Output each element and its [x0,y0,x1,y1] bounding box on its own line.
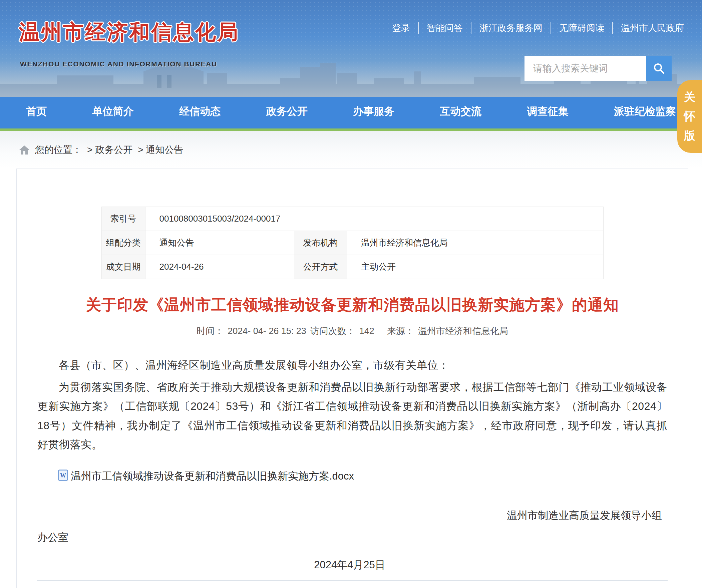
search-button[interactable] [646,56,672,81]
nav-item-services[interactable]: 办事服务 [353,104,394,118]
breadcrumb-bar: 您的位置： > 政务公开 > 通知公告 [0,131,702,168]
word-file-icon: W [58,470,68,481]
article-paragraph: 为贯彻落实国务院、省政府关于推动大规模设备更新和消费品以旧换新行动部署要求，根据… [37,378,667,455]
breadcrumb-link-gov-disclosure[interactable]: > 政务公开 [87,143,132,156]
table-row: 索引号 001008003015003/2024-00017 [101,207,603,231]
nav-item-home[interactable]: 首页 [26,104,47,118]
table-row: 成文日期 2024-04-26 公开方式 主动公开 [101,255,603,279]
home-icon [19,145,30,155]
article-paragraph: 各县（市、区）、温州海经区制造业高质量发展领导小组办公室，市级有关单位： [37,356,667,375]
signature-organization: 温州市制造业高质量发展领导小组 [37,508,662,522]
publisher-label: 发布机构 [294,231,347,255]
svg-text:W: W [60,472,66,479]
nav-item-news[interactable]: 经信动态 [179,104,221,118]
issue-date-label: 成文日期 [101,255,145,279]
bottom-divider [37,580,668,581]
meta-source-value: 温州市经济和信息化局 [418,326,508,336]
site-search [524,56,672,81]
nav-item-discipline-inspection[interactable]: 派驻纪检监察 [614,104,676,118]
nav-item-interaction[interactable]: 互动交流 [440,104,481,118]
document-info-table: 索引号 001008003015003/2024-00017 组配分类 通知公告… [101,207,604,279]
zhejiang-gov-service-link[interactable]: 浙江政务服务网 [471,22,551,34]
meta-visits-value: 142 [359,326,374,336]
site-logo-title: 温州市经济和信息化局 [19,18,239,46]
category-value: 通知公告 [145,231,294,255]
wenzhou-gov-link[interactable]: 温州市人民政府 [612,22,684,34]
accessibility-link[interactable]: 无障碍阅读 [551,22,612,34]
index-number-value: 001008003015003/2024-00017 [145,207,603,231]
disclosure-method-label: 公开方式 [294,255,347,279]
issue-date-value: 2024-04-26 [145,255,294,279]
article-meta: 时间：2024- 04- 26 15: 23访问次数：142来源：温州市经济和信… [17,325,688,337]
attachment-filename: 温州市工信领域推动设备更新和消费品以旧换新实施方案.docx [71,470,354,482]
search-input[interactable] [524,56,646,81]
nav-item-survey[interactable]: 调查征集 [527,104,568,118]
utility-links: 登录 智能问答 浙江政务服务网 无障碍阅读 温州市人民政府 [384,22,684,34]
meta-source-label: 来源： [387,326,414,336]
publisher-value: 温州市经济和信息化局 [347,231,603,255]
smart-qa-link[interactable]: 智能问答 [418,22,471,34]
attachment-link[interactable]: W 温州市工信领域推动设备更新和消费品以旧换新实施方案.docx [58,470,354,482]
site-header: 温州市经济和信息化局 WENZHOU ECONOMIC AND INFORMAT… [0,0,702,97]
table-row: 组配分类 通知公告 发布机构 温州市经济和信息化局 [101,231,603,255]
search-icon [653,63,665,75]
meta-time-value: 2024- 04- 26 15: 23 [228,326,306,336]
meta-time-label: 时间： [197,326,224,336]
site-logo-subtitle: WENZHOU ECONOMIC AND INFORMATION BUREAU [20,60,217,68]
article-card: 索引号 001008003015003/2024-00017 组配分类 通知公告… [16,168,688,588]
signature-block: 温州市制造业高质量发展领导小组 办公室 2024年4月25日 [37,508,662,572]
nav-item-gov-disclosure[interactable]: 政务公开 [266,104,308,118]
login-link[interactable]: 登录 [384,22,418,34]
article-title: 关于印发《温州市工信领域推动设备更新和消费品以旧换新实施方案》的通知 [46,294,659,315]
nav-item-about[interactable]: 单位简介 [92,104,134,118]
disclosure-method-value: 主动公开 [347,255,603,279]
attachment-row: W 温州市工信领域推动设备更新和消费品以旧换新实施方案.docx [37,469,667,483]
world-map-dots-decoration [0,0,702,97]
signature-office: 办公室 [37,531,662,545]
breadcrumb: 您的位置： > 政务公开 > 通知公告 [19,143,183,156]
category-label: 组配分类 [101,231,145,255]
breadcrumb-prefix: 您的位置： [35,143,82,156]
index-number-label: 索引号 [101,207,145,231]
signature-date: 2024年4月25日 [37,558,662,572]
care-version-tab[interactable]: 关怀版 [677,80,702,153]
main-navigation: 首页 单位简介 经信动态 政务公开 办事服务 互动交流 调查征集 派驻纪检监察 [0,97,702,131]
meta-visits-label: 访问次数： [310,326,355,336]
care-version-label: 关怀版 [683,88,696,145]
article-body: 各县（市、区）、温州海经区制造业高质量发展领导小组办公室，市级有关单位： 为贯彻… [37,356,667,455]
breadcrumb-link-notices[interactable]: > 通知公告 [138,143,183,156]
